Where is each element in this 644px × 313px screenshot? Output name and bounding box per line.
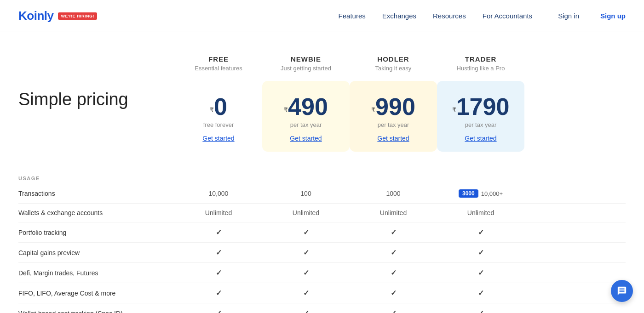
check-wallet-cost-trader: ✓ <box>478 309 484 313</box>
check-capital-free: ✓ <box>216 249 222 256</box>
feature-value-transactions-trader: 3000 10,000+ <box>437 184 524 203</box>
feature-row-wallet-cost: Wallet-based cost tracking (Spec ID) ✓ ✓… <box>18 303 626 313</box>
feature-value-portfolio-free: ✓ <box>175 222 262 242</box>
feature-value-transactions-newbie: 100 <box>262 184 350 203</box>
section-label-usage-text: USAGE <box>18 171 40 185</box>
check-defi-trader: ✓ <box>478 269 484 277</box>
plan-name-hodler: HODLER <box>359 55 428 63</box>
check-fifo-newbie: ✓ <box>303 289 309 297</box>
nav-for-accountants[interactable]: For Accountants <box>483 12 532 20</box>
feature-name-transactions: Transactions <box>18 184 175 203</box>
check-portfolio-free: ✓ <box>216 228 222 236</box>
plan-header-free: FREE Essential features <box>175 51 262 81</box>
feature-value-fifo-free: ✓ <box>175 283 262 303</box>
check-portfolio-trader: ✓ <box>478 228 484 236</box>
plan-header-hodler: HODLER Taking it easy <box>350 51 437 81</box>
nav-resources[interactable]: Resources <box>433 12 466 20</box>
plan-subtitle-hodler: Taking it easy <box>359 65 428 72</box>
cta-hodler[interactable]: Get started <box>377 135 409 142</box>
feature-name-defi: Defi, Margin trades, Futures <box>18 264 175 282</box>
hiring-badge: WE'RE HIRING! <box>58 12 97 20</box>
check-portfolio-hodler: ✓ <box>391 228 397 236</box>
pricing-title: Simple pricing <box>18 90 175 109</box>
feature-value-wallets-hodler: Unlimited <box>350 204 437 222</box>
feature-value-fifo-hodler: ✓ <box>350 283 437 303</box>
features-table: USAGE Transactions 10,000 100 1000 3000 … <box>18 165 626 313</box>
tx-extra: 10,000+ <box>481 190 503 197</box>
price-label-newbie: per tax year <box>271 121 340 128</box>
feature-name-portfolio: Portfolio tracking <box>18 223 175 242</box>
feature-value-wallets-free: Unlimited <box>175 204 262 222</box>
plan-name-free: FREE <box>184 55 253 63</box>
feature-value-transactions-hodler: 1000 <box>350 184 437 203</box>
check-defi-newbie: ✓ <box>303 269 309 277</box>
price-amount-free: 0 <box>214 93 227 120</box>
nav-signin[interactable]: Sign in <box>558 12 579 20</box>
section-usage: USAGE <box>18 165 626 184</box>
plan-header-newbie: NEWBIE Just getting started <box>262 51 350 81</box>
currency-free: ₹ <box>210 106 214 114</box>
plan-subtitle-newbie: Just getting started <box>271 65 340 72</box>
feature-row-transactions: Transactions 10,000 100 1000 3000 10,000… <box>18 184 626 204</box>
check-portfolio-newbie: ✓ <box>303 228 309 236</box>
check-wallet-cost-hodler: ✓ <box>391 309 397 313</box>
nav-features[interactable]: Features <box>339 12 366 20</box>
check-capital-newbie: ✓ <box>303 249 309 256</box>
price-amount-hodler: 990 <box>375 93 415 120</box>
feature-value-fifo-trader: ✓ <box>437 283 524 303</box>
price-label-free: free forever <box>184 121 253 128</box>
plan-subtitle-free: Essential features <box>184 65 253 72</box>
feature-value-capital-free: ✓ <box>175 243 262 262</box>
nav-exchanges[interactable]: Exchanges <box>382 12 416 20</box>
feature-name-fifo: FIFO, LIFO, Average Cost & more <box>18 284 175 302</box>
main-content: FREE Essential features NEWBIE Just gett… <box>0 32 644 313</box>
price-amount-trader: 1790 <box>456 93 510 120</box>
logo-text: Koinly <box>18 9 53 23</box>
price-amount-newbie: 490 <box>288 93 328 120</box>
price-free: ₹0 <box>184 95 253 119</box>
price-label-hodler: per tax year <box>359 121 428 128</box>
pricing-section: Simple pricing ₹0 free forever Get start… <box>18 81 626 152</box>
tx-badge-group: 3000 10,000+ <box>437 189 524 198</box>
plan-name-newbie: NEWBIE <box>271 55 340 63</box>
feature-row-wallets: Wallets & exchange accounts Unlimited Un… <box>18 204 626 222</box>
header-empty-cell <box>18 51 175 81</box>
feature-name-wallet-cost: Wallet-based cost tracking (Spec ID) <box>18 304 175 313</box>
check-defi-free: ✓ <box>216 269 222 277</box>
feature-row-portfolio: Portfolio tracking ✓ ✓ ✓ ✓ <box>18 222 626 243</box>
price-label-trader: per tax year <box>446 121 515 128</box>
plan-name-trader: TRADER <box>446 55 515 63</box>
check-fifo-hodler: ✓ <box>391 289 397 297</box>
feature-value-defi-hodler: ✓ <box>350 263 437 283</box>
plan-subtitle-trader: Hustling like a Pro <box>446 65 515 72</box>
tx-badge: 3000 <box>459 189 478 198</box>
feature-value-wallet-cost-free: ✓ <box>175 303 262 313</box>
check-capital-trader: ✓ <box>478 249 484 256</box>
feature-value-portfolio-trader: ✓ <box>437 222 524 242</box>
check-wallet-cost-newbie: ✓ <box>303 309 309 313</box>
chat-icon <box>617 286 627 296</box>
feature-value-wallet-cost-trader: ✓ <box>437 303 524 313</box>
feature-name-capital: Capital gains preview <box>18 244 175 262</box>
plan-header-row: FREE Essential features NEWBIE Just gett… <box>18 51 626 81</box>
feature-value-capital-newbie: ✓ <box>262 243 350 262</box>
chat-bubble[interactable] <box>611 280 633 302</box>
feature-value-wallet-cost-newbie: ✓ <box>262 303 350 313</box>
cta-free[interactable]: Get started <box>202 135 234 142</box>
price-hodler: ₹990 <box>359 95 428 119</box>
feature-value-fifo-newbie: ✓ <box>262 283 350 303</box>
currency-hodler: ₹ <box>371 106 375 114</box>
cta-trader[interactable]: Get started <box>465 135 496 142</box>
price-trader: ₹1790 <box>446 95 515 119</box>
feature-row-defi: Defi, Margin trades, Futures ✓ ✓ ✓ ✓ <box>18 263 626 283</box>
feature-value-defi-newbie: ✓ <box>262 263 350 283</box>
nav-signup[interactable]: Sign up <box>600 12 626 20</box>
logo: Koinly WE'RE HIRING! <box>18 9 97 23</box>
price-newbie: ₹490 <box>271 95 340 119</box>
feature-value-portfolio-newbie: ✓ <box>262 222 350 242</box>
check-defi-hodler: ✓ <box>391 269 397 277</box>
plan-card-hodler: ₹990 per tax year Get started <box>350 81 437 152</box>
cta-newbie[interactable]: Get started <box>290 135 322 142</box>
feature-row-capital: Capital gains preview ✓ ✓ ✓ ✓ <box>18 243 626 263</box>
currency-trader: ₹ <box>452 106 456 114</box>
